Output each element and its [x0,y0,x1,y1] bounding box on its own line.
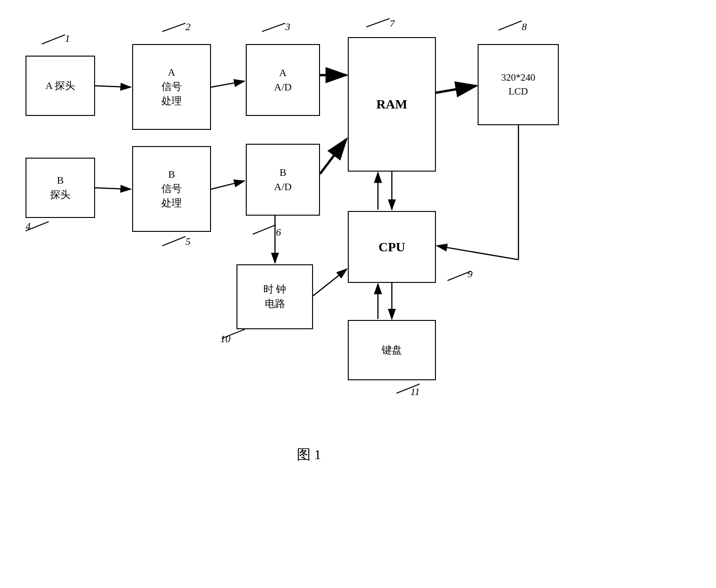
caption-text: 图 1 [297,447,321,462]
svg-line-18 [162,23,185,32]
a-ad-label: AA/D [274,66,292,95]
cpu-label: CPU [378,238,405,256]
block-a-probe: A 探头 [26,56,95,116]
block-a-signal: A信号处理 [132,44,211,130]
block-lcd: 320*240LCD [478,44,559,125]
a-probe-label: A 探头 [45,79,75,93]
svg-line-6 [211,181,244,189]
svg-line-23 [162,236,185,246]
label-num-6: 6 [276,226,281,238]
label-num-7: 7 [390,18,395,30]
svg-line-2 [95,86,131,87]
block-b-ad: BA/D [246,144,320,216]
svg-line-7 [320,139,346,174]
clock-label: 时 钟电路 [263,282,287,311]
b-signal-label: B信号处理 [161,167,182,210]
svg-line-17 [42,35,65,44]
svg-line-8 [436,86,476,93]
block-b-signal: B信号处理 [132,146,211,232]
svg-line-19 [262,23,285,32]
ram-label: RAM [377,95,408,113]
svg-line-20 [366,19,390,27]
svg-line-11 [313,269,347,296]
label-num-11: 11 [410,386,420,398]
block-cpu: CPU [348,211,436,283]
svg-line-3 [211,81,244,87]
svg-line-16 [437,246,518,260]
label-num-1: 1 [65,32,70,45]
svg-line-5 [95,188,131,189]
block-clock: 时 钟电路 [237,264,313,329]
svg-line-24 [253,225,276,234]
label-num-4: 4 [26,220,31,232]
b-ad-label: BA/D [274,166,292,194]
lcd-label: 320*240LCD [501,71,536,98]
label-num-3: 3 [285,21,290,33]
keyboard-label: 键盘 [382,343,402,358]
block-a-ad: AA/D [246,44,320,116]
label-num-5: 5 [185,236,191,248]
a-signal-label: A信号处理 [161,65,182,108]
block-ram: RAM [348,37,436,172]
label-num-10: 10 [220,333,230,345]
block-keyboard: 键盘 [348,320,436,380]
label-num-2: 2 [185,21,191,33]
diagram: A 探头 A信号处理 AA/D RAM 320*240LCD B探头 B信号处理… [0,0,716,588]
label-num-9: 9 [467,268,473,280]
figure-caption: 图 1 [297,445,321,464]
b-probe-label: B探头 [50,173,70,202]
svg-line-21 [499,21,522,30]
block-b-probe: B探头 [26,158,95,218]
label-num-8: 8 [522,21,527,33]
